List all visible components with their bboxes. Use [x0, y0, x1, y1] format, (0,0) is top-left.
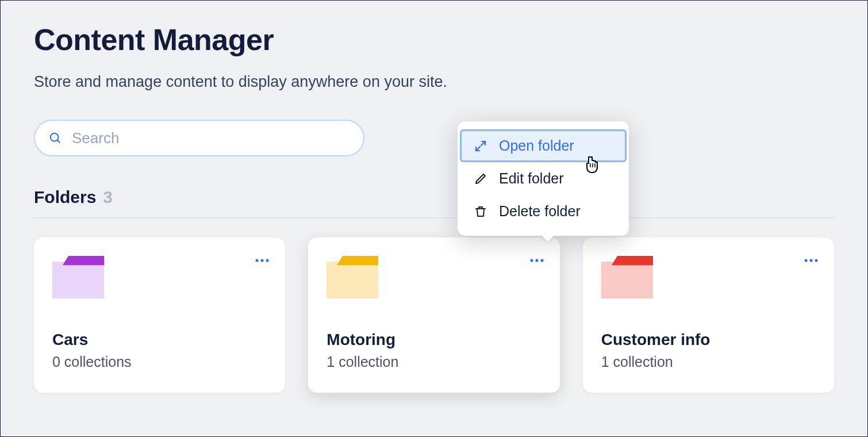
page-title: Content Manager — [34, 22, 834, 57]
svg-point-5 — [530, 259, 533, 262]
svg-point-6 — [535, 259, 538, 262]
folder-card-customer-info[interactable]: Customer info 1 collection — [583, 237, 834, 393]
svg-point-0 — [51, 133, 59, 141]
folder-cards-row: Cars 0 collections Motoring 1 collection — [34, 237, 834, 393]
more-button[interactable] — [253, 251, 271, 270]
more-button[interactable] — [802, 251, 820, 270]
expand-icon — [474, 139, 487, 153]
svg-line-1 — [57, 140, 60, 143]
folders-label: Folders — [34, 187, 96, 207]
menu-item-label: Delete folder — [499, 203, 581, 220]
more-horizontal-icon — [804, 259, 818, 262]
folders-header: Folders 3 — [34, 187, 834, 207]
folder-context-menu: Open folder Edit folder Delete folder — [458, 121, 629, 236]
menu-item-delete-folder[interactable]: Delete folder — [458, 195, 629, 228]
svg-point-2 — [256, 259, 259, 262]
folder-icon — [601, 256, 653, 298]
svg-point-7 — [540, 259, 543, 262]
svg-point-3 — [261, 259, 264, 262]
menu-item-edit-folder[interactable]: Edit folder — [458, 162, 629, 195]
search-box[interactable] — [34, 120, 364, 156]
folder-name: Motoring — [327, 331, 541, 349]
content-manager-page: Content Manager Store and manage content… — [1, 1, 867, 415]
folder-collection-count: 0 collections — [52, 354, 267, 370]
folder-card-motoring[interactable]: Motoring 1 collection — [308, 237, 559, 393]
svg-point-10 — [815, 259, 817, 262]
menu-item-label: Open folder — [499, 137, 574, 154]
folder-name: Customer info — [601, 331, 816, 349]
folder-icon — [327, 256, 378, 298]
folders-count: 3 — [103, 187, 113, 207]
folder-name: Cars — [52, 331, 267, 349]
page-subtitle: Store and manage content to display anyw… — [34, 73, 834, 91]
search-input[interactable] — [72, 129, 349, 147]
menu-item-label: Edit folder — [499, 170, 564, 187]
svg-point-4 — [266, 259, 269, 262]
search-icon — [49, 132, 62, 144]
svg-point-8 — [804, 259, 807, 262]
more-horizontal-icon — [530, 259, 544, 262]
more-horizontal-icon — [255, 259, 269, 262]
folder-collection-count: 1 collection — [327, 354, 541, 370]
folder-icon — [52, 256, 104, 298]
svg-point-9 — [809, 259, 812, 262]
pencil-icon — [474, 172, 487, 186]
more-button[interactable] — [528, 251, 546, 270]
folder-card-cars[interactable]: Cars 0 collections — [34, 237, 285, 393]
menu-item-open-folder[interactable]: Open folder — [460, 129, 627, 162]
folder-collection-count: 1 collection — [601, 354, 816, 370]
trash-icon — [474, 205, 487, 218]
divider — [34, 217, 834, 218]
